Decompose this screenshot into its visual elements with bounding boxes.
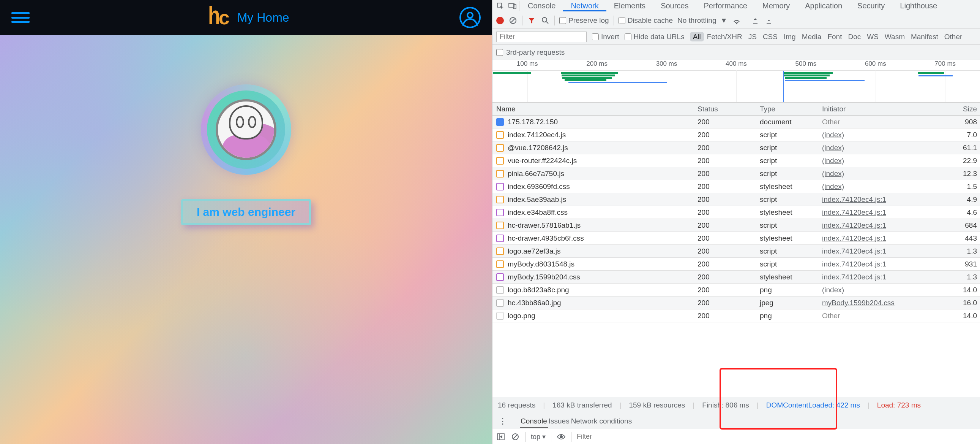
request-size: 14.0	[917, 312, 980, 320]
table-row[interactable]: myBody.1599b204.css200stylesheetindex.74…	[492, 271, 980, 284]
table-row[interactable]: hc-drawer.57816ab1.js200scriptindex.7412…	[492, 219, 980, 232]
table-row[interactable]: @vue.17208642.js200script(index)61.1	[492, 141, 980, 154]
request-initiator[interactable]: index.74120ec4.js:1	[822, 208, 886, 216]
file-type-icon	[496, 248, 504, 255]
table-row[interactable]: index.5ae39aab.js200scriptindex.74120ec4…	[492, 193, 980, 206]
hamburger-menu-icon[interactable]	[11, 10, 30, 25]
request-initiator[interactable]: index.74120ec4.js:1	[822, 221, 886, 229]
network-timeline[interactable]: 100 ms200 ms300 ms400 ms500 ms600 ms700 …	[492, 60, 980, 103]
request-initiator[interactable]: index.74120ec4.js:1	[822, 260, 886, 268]
filter-type-fetchxhr[interactable]: Fetch/XHR	[704, 32, 745, 42]
disable-cache-checkbox[interactable]: Disable cache	[619, 16, 673, 25]
filter-type-other[interactable]: Other	[941, 32, 966, 42]
request-name: hc.43bb86a0.jpg	[508, 299, 561, 307]
console-sidebar-icon[interactable]	[496, 432, 505, 441]
col-status[interactable]: Status	[694, 105, 757, 113]
app-title[interactable]: My Home	[237, 11, 290, 25]
console-clear-icon[interactable]	[511, 432, 520, 441]
request-status: 200	[694, 169, 757, 178]
col-name[interactable]: Name	[492, 105, 694, 113]
request-initiator[interactable]: index.74120ec4.js:1	[822, 247, 886, 255]
request-initiator[interactable]: (index)	[822, 169, 844, 177]
devtools-tab-console[interactable]: Console	[520, 0, 563, 11]
filter-type-wasm[interactable]: Wasm	[882, 32, 908, 42]
network-conditions-icon[interactable]	[732, 16, 741, 25]
devtools-tab-network[interactable]: Network	[563, 0, 606, 11]
table-row[interactable]: myBody.d8031548.js200scriptindex.74120ec…	[492, 258, 980, 271]
file-type-icon	[496, 222, 504, 229]
export-har-icon[interactable]	[764, 16, 773, 25]
console-filter-input[interactable]	[577, 433, 665, 441]
devtools-tab-lighthouse[interactable]: Lighthouse	[892, 0, 945, 11]
table-header-row[interactable]: Name Status Type Initiator Size	[492, 103, 980, 115]
throttling-select[interactable]: No throttling ▼	[678, 16, 727, 25]
devtools-tab-application[interactable]: Application	[797, 0, 850, 11]
filter-type-ws[interactable]: WS	[864, 32, 882, 42]
devtools-tab-sources[interactable]: Sources	[653, 0, 696, 11]
hide-data-urls-checkbox[interactable]: Hide data URLs	[625, 33, 685, 41]
filter-type-doc[interactable]: Doc	[845, 32, 864, 42]
filter-type-font[interactable]: Font	[824, 32, 845, 42]
request-initiator[interactable]: (index)	[822, 157, 844, 165]
filter-type-css[interactable]: CSS	[760, 32, 781, 42]
table-row[interactable]: logo.b8d23a8c.png200png(index)14.0	[492, 284, 980, 297]
device-toolbar-icon[interactable]	[507, 0, 518, 12]
request-status: 200	[694, 273, 757, 281]
inspect-element-icon[interactable]	[495, 0, 506, 12]
user-avatar-icon[interactable]	[460, 7, 481, 28]
import-har-icon[interactable]	[751, 16, 760, 25]
table-row[interactable]: index.e34ba8ff.css200stylesheetindex.741…	[492, 206, 980, 219]
filter-type-js[interactable]: JS	[745, 32, 760, 42]
filter-type-media[interactable]: Media	[799, 32, 825, 42]
request-name: hc-drawer.57816ab1.js	[508, 221, 581, 230]
filter-type-all[interactable]: All	[690, 32, 704, 42]
table-row[interactable]: index.693609fd.css200stylesheet(index)1.…	[492, 180, 980, 193]
request-initiator[interactable]: (index)	[822, 131, 844, 139]
col-initiator[interactable]: Initiator	[819, 105, 917, 113]
request-initiator[interactable]: index.74120ec4.js:1	[822, 273, 886, 281]
table-row[interactable]: logo.ae72ef3a.js200scriptindex.74120ec4.…	[492, 245, 980, 258]
timeline-tick: 100 ms	[492, 60, 562, 70]
request-initiator[interactable]: (index)	[822, 286, 844, 294]
clear-icon[interactable]	[508, 16, 517, 25]
invert-checkbox[interactable]: Invert	[592, 33, 619, 41]
devtools-tab-security[interactable]: Security	[850, 0, 892, 11]
profile-avatar-ring	[201, 85, 291, 175]
request-initiator[interactable]: (index)	[822, 182, 844, 190]
request-initiator[interactable]: index.74120ec4.js:1	[822, 234, 886, 242]
request-initiator[interactable]: myBody.1599b204.css	[822, 299, 894, 307]
drawer-tab-console[interactable]: Console	[520, 415, 548, 428]
col-type[interactable]: Type	[757, 105, 819, 113]
request-name: myBody.d8031548.js	[508, 260, 574, 268]
filter-type-manifest[interactable]: Manifest	[908, 32, 941, 42]
drawer-menu-icon[interactable]: ⋮	[496, 416, 509, 426]
request-type: jpeg	[757, 299, 819, 307]
table-row[interactable]: hc-drawer.4935cb6f.css200stylesheetindex…	[492, 232, 980, 245]
table-row[interactable]: vue-router.ff22424c.js200script(index)22…	[492, 154, 980, 167]
table-row[interactable]: index.74120ec4.js200script(index)7.0	[492, 128, 980, 141]
console-live-expr-icon[interactable]	[557, 432, 566, 441]
filter-funnel-icon[interactable]	[527, 16, 536, 25]
table-row[interactable]: pinia.66e7a750.js200script(index)12.3	[492, 167, 980, 180]
request-type: script	[757, 169, 819, 178]
record-button[interactable]	[496, 17, 504, 24]
devtools-tab-elements[interactable]: Elements	[606, 0, 653, 11]
file-type-icon	[496, 286, 504, 294]
drawer-tab-issues[interactable]: Issues	[548, 415, 570, 427]
table-row[interactable]: 175.178.72.150200documentOther908	[492, 115, 980, 128]
request-initiator[interactable]: index.74120ec4.js:1	[822, 195, 886, 203]
request-initiator[interactable]: (index)	[822, 144, 844, 152]
request-size: 4.9	[917, 195, 980, 204]
table-row[interactable]: hc.43bb86a0.jpg200jpegmyBody.1599b204.cs…	[492, 297, 980, 310]
drawer-tab-network-conditions[interactable]: Network conditions	[570, 415, 633, 427]
filter-type-img[interactable]: Img	[781, 32, 799, 42]
table-row[interactable]: logo.png200pngOther14.0	[492, 310, 980, 323]
devtools-tab-performance[interactable]: Performance	[696, 0, 755, 11]
preserve-log-checkbox[interactable]: Preserve log	[559, 16, 609, 25]
col-size[interactable]: Size	[917, 105, 980, 113]
third-party-checkbox[interactable]	[496, 49, 503, 56]
network-filter-input[interactable]	[496, 32, 587, 42]
console-context-select[interactable]: top ▾	[531, 433, 546, 441]
search-icon[interactable]	[541, 16, 550, 25]
devtools-tab-memory[interactable]: Memory	[755, 0, 797, 11]
